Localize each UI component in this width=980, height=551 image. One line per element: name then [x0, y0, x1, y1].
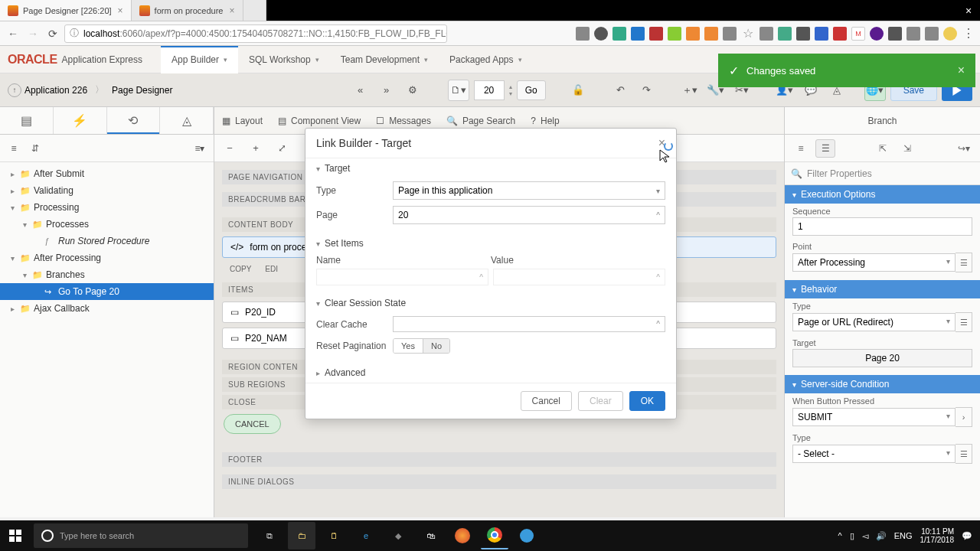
gear-icon[interactable]: ⚙: [402, 80, 423, 101]
goto-icon[interactable]: ›: [956, 407, 972, 427]
menu-icon[interactable]: ≡▾: [191, 139, 209, 158]
expand-button[interactable]: ⤢: [271, 138, 292, 159]
tree-after-submit[interactable]: ▸📁After Submit: [0, 165, 214, 182]
redo-button[interactable]: ↷: [636, 80, 658, 101]
window-close-icon[interactable]: ×: [957, 0, 980, 21]
go-button[interactable]: Go: [517, 80, 546, 100]
url-input[interactable]: ⓘ localhost:6060/apex/f?p=4000:4500:1754…: [64, 24, 447, 43]
expand-icon[interactable]: ⇲: [897, 139, 917, 158]
dynamic-tab[interactable]: ⚡: [54, 107, 107, 134]
start-button[interactable]: [0, 520, 31, 551]
type-select[interactable]: Page or URL (Redirect)▾: [792, 313, 956, 331]
menu-sql-workshop[interactable]: SQL Workshop▾: [238, 46, 330, 73]
notifications-icon[interactable]: 💬: [962, 531, 972, 541]
section-advanced[interactable]: ▸Advanced: [305, 363, 676, 383]
section-behavior[interactable]: ▾Behavior: [785, 280, 980, 298]
close-icon[interactable]: ×: [230, 5, 235, 16]
target-button[interactable]: Page 20: [792, 349, 972, 367]
create-button[interactable]: ＋▾: [679, 80, 701, 101]
wifi-icon[interactable]: ◅: [862, 531, 868, 541]
page-select-button[interactable]: 🗋▾: [448, 80, 469, 101]
firefox-icon[interactable]: [449, 522, 476, 549]
chrome-icon[interactable]: [481, 522, 508, 549]
ext-icon[interactable]: [906, 27, 920, 41]
zoom-out-button[interactable]: −: [219, 138, 240, 159]
notes-icon[interactable]: 🗒: [320, 522, 348, 549]
tab-messages[interactable]: ☐Messages: [376, 116, 431, 126]
menu-icon[interactable]: ⋮: [962, 27, 975, 41]
prev-page-button[interactable]: «: [350, 80, 371, 101]
star-icon[interactable]: ☆: [741, 27, 755, 41]
page-input[interactable]: 20^: [393, 206, 665, 224]
ok-button[interactable]: OK: [629, 391, 665, 411]
property-tab[interactable]: Branch: [785, 107, 980, 135]
app-icon[interactable]: [513, 522, 541, 549]
edge-icon[interactable]: e: [352, 522, 380, 549]
tree-validating[interactable]: ▸📁Validating: [0, 182, 214, 199]
ext-icon[interactable]: [760, 27, 773, 41]
name-cell[interactable]: ^: [316, 269, 488, 285]
cancel-button[interactable]: Cancel: [521, 391, 572, 411]
view1-icon[interactable]: ≡: [791, 139, 811, 158]
menu-team-dev[interactable]: Team Development▾: [330, 46, 439, 73]
section-set-items[interactable]: ▾Set Items: [305, 233, 676, 253]
list-icon[interactable]: ☰: [956, 444, 972, 464]
tree-ajax[interactable]: ▸📁Ajax Callback: [0, 300, 214, 317]
ctype-select[interactable]: - Select -▾: [792, 445, 956, 463]
section-target[interactable]: ▾Target: [305, 158, 676, 178]
back-button[interactable]: ←: [5, 25, 21, 42]
section-exec-options[interactable]: ▾Execution Options: [785, 185, 980, 204]
clear-button[interactable]: Clear: [578, 391, 623, 411]
point-select[interactable]: After Processing▾: [792, 253, 956, 272]
undo-button[interactable]: ↶: [610, 80, 632, 101]
clear-cache-input[interactable]: ^: [393, 316, 665, 332]
browser-tab-2[interactable]: form on procedure ×: [132, 0, 243, 21]
ext-icon[interactable]: [943, 27, 957, 41]
lock-icon[interactable]: 🔓: [567, 80, 589, 101]
ext-icon[interactable]: [631, 27, 645, 41]
yahoo-icon[interactable]: [870, 27, 884, 41]
ext-icon[interactable]: [612, 27, 626, 41]
section-clear-session[interactable]: ▾Clear Session State: [305, 293, 676, 313]
breadcrumb-page[interactable]: Page Designer: [112, 85, 172, 96]
explorer-icon[interactable]: 🗀: [288, 522, 315, 549]
type-select[interactable]: Page in this application▾: [393, 181, 665, 200]
ext-icon[interactable]: [723, 27, 737, 41]
tree-processing[interactable]: ▾📁Processing: [0, 199, 214, 216]
menu-packaged-apps[interactable]: Packaged Apps▾: [439, 46, 532, 73]
filter-properties[interactable]: 🔍Filter Properties: [785, 162, 980, 185]
tree-run-stored[interactable]: ƒRun Stored Procedure: [0, 233, 214, 249]
new-tab-button[interactable]: [243, 0, 266, 21]
taskbar-search[interactable]: Type here to search: [34, 523, 248, 548]
sort-icon[interactable]: ≡: [5, 139, 23, 158]
store-icon[interactable]: 🛍: [416, 522, 444, 549]
forward-button[interactable]: →: [24, 25, 41, 42]
collapse-icon[interactable]: ⇱: [873, 139, 893, 158]
ext-icon[interactable]: [576, 27, 590, 41]
list-icon[interactable]: ☰: [956, 253, 972, 272]
close-icon[interactable]: ×: [118, 5, 123, 16]
value-cell[interactable]: ^: [493, 269, 665, 285]
ext-icon[interactable]: [668, 27, 681, 41]
close-icon[interactable]: ×: [958, 64, 965, 77]
ext-icon[interactable]: [815, 27, 828, 41]
browser-tab-1[interactable]: Page Designer [226:20] ×: [0, 0, 132, 21]
ext-icon[interactable]: [796, 27, 810, 41]
view2-icon[interactable]: ☰: [815, 139, 835, 158]
page-number-input[interactable]: [474, 80, 505, 100]
sequence-input[interactable]: [792, 217, 972, 236]
reload-button[interactable]: ⟳: [44, 25, 61, 42]
ext-icon[interactable]: [888, 27, 902, 41]
battery-icon[interactable]: ▯: [850, 531, 854, 541]
tree-processes[interactable]: ▾📁Processes: [0, 216, 214, 233]
gmail-icon[interactable]: M: [851, 27, 865, 41]
ext-icon[interactable]: [686, 27, 700, 41]
ext-icon[interactable]: [925, 27, 939, 41]
tree-branches[interactable]: ▾📁Branches: [0, 266, 214, 283]
lang-indicator[interactable]: ENG: [894, 531, 913, 540]
tab-component[interactable]: ▤Component View: [278, 116, 361, 126]
tab-help[interactable]: ?Help: [531, 116, 559, 126]
app-icon[interactable]: ◆: [384, 522, 412, 549]
ext-icon[interactable]: [649, 27, 663, 41]
tab-search[interactable]: 🔍Page Search: [446, 116, 515, 126]
